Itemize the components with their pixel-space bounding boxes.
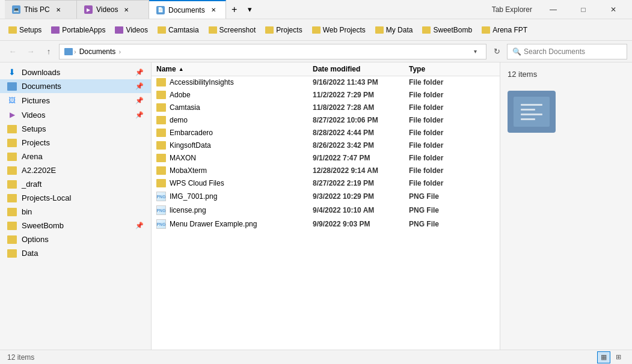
tab-overflow-button[interactable]: ▾	[243, 2, 257, 17]
table-row[interactable]: AccessibilityInsights 9/16/2022 11:43 PM…	[152, 76, 500, 89]
sidebar-item-setups[interactable]: Setups	[0, 122, 151, 136]
toolbar-item-videos[interactable]: Videos	[111, 25, 151, 35]
sidebar-item-projects[interactable]: Projects	[0, 136, 151, 150]
toolbar-item-webprojects[interactable]: Web Projects	[308, 25, 369, 35]
table-row[interactable]: Camtasia 11/8/2022 7:28 AM File folder	[152, 102, 500, 114]
sidebar-label-data: Data	[22, 249, 38, 258]
file-date: 12/28/2022 9:14 AM	[313, 166, 409, 175]
sidebar-item-a22202e[interactable]: A2.2202E	[0, 163, 151, 177]
folder-icon-webprojects	[312, 26, 321, 34]
toolbar-item-portableapps[interactable]: PortableApps	[48, 25, 109, 35]
table-row[interactable]: Adobe 11/2/2022 7:29 PM File folder	[152, 89, 500, 102]
forward-button[interactable]: →	[23, 44, 38, 59]
videos-icon: ▶	[7, 110, 17, 120]
toolbar-item-sweetbomb[interactable]: SweetBomb	[419, 25, 476, 35]
file-date: 9/16/2022 11:43 PM	[313, 78, 409, 86]
toolbar-label-sweetbomb: SweetBomb	[433, 26, 472, 34]
folder-icon-camtasia	[158, 26, 166, 34]
sidebar-item-documents[interactable]: Documents 📌	[0, 79, 151, 93]
folder-icon-arena-sidebar	[7, 153, 17, 161]
file-date: 8/26/2022 3:42 PM	[313, 141, 409, 150]
file-header: Name ▲ Date modified Type	[152, 62, 500, 76]
address-dropdown[interactable]: ▾	[469, 46, 481, 58]
table-row[interactable]: MobaXterm 12/28/2022 9:14 AM File folder	[152, 165, 500, 177]
file-area: Name ▲ Date modified Type AccessibilityI…	[152, 62, 500, 350]
folder-icon-setups-sidebar	[7, 125, 17, 133]
search-input[interactable]	[524, 47, 622, 56]
back-button[interactable]: ←	[5, 44, 20, 59]
sidebar-item-sweetbomb[interactable]: SweetBomb 📌	[0, 219, 151, 232]
folder-icon-bin-sidebar	[7, 208, 17, 216]
file-date: 9/9/2022 9:03 PM	[313, 220, 409, 228]
table-row[interactable]: WPS Cloud Files 8/27/2022 2:19 PM File f…	[152, 177, 500, 190]
tab-videos[interactable]: ▶ Videos ✕	[77, 0, 149, 19]
sidebar-item-data[interactable]: Data	[0, 246, 151, 260]
table-row[interactable]: Embarcadero 8/28/2022 4:44 PM File folde…	[152, 127, 500, 139]
sidebar-item-draft[interactable]: _draft	[0, 177, 151, 191]
view-large-button[interactable]: ⊞	[612, 351, 625, 363]
file-type: File folder	[409, 116, 469, 124]
file-date: 11/8/2022 7:28 AM	[313, 103, 409, 112]
address-input[interactable]: › Documents › ▾	[59, 44, 486, 59]
minimize-button[interactable]: —	[539, 0, 567, 19]
sidebar-pin-downloads: 📌	[135, 68, 144, 76]
toolbar-item-camtasia[interactable]: Camtasia	[154, 25, 203, 35]
path-documents[interactable]: Documents	[78, 46, 118, 57]
sidebar-label-bin: bin	[22, 207, 32, 216]
header-type[interactable]: Type	[409, 65, 469, 73]
table-row[interactable]: PNG IMG_7001.png 9/3/2022 10:29 PM PNG F…	[152, 190, 500, 204]
title-bar-right: Tab Explorer — □ ✕	[487, 0, 627, 19]
toolbar-item-mydata[interactable]: My Data	[372, 25, 417, 35]
address-folder-icon	[64, 48, 73, 55]
tab-label-videos: Videos	[96, 5, 118, 14]
file-name: MAXON	[156, 154, 313, 162]
tab-this-pc[interactable]: 💻 This PC ✕	[5, 0, 77, 19]
pictures-icon: 🖼	[7, 96, 17, 105]
tab-close-videos[interactable]: ✕	[121, 5, 131, 14]
tab-documents[interactable]: 📄 Documents ✕	[149, 0, 226, 19]
view-details-button[interactable]: ▦	[597, 351, 610, 363]
header-date[interactable]: Date modified	[313, 65, 409, 73]
address-path: › Documents ›	[64, 46, 467, 57]
close-button[interactable]: ✕	[600, 0, 627, 19]
toolbar-label-arenafpt: Arena FPT	[492, 26, 527, 34]
sidebar-item-projects-local[interactable]: Projects-Local	[0, 191, 151, 205]
status-count: 12 items	[7, 353, 34, 362]
toolbar-item-screenshot[interactable]: Screenshot	[205, 25, 260, 35]
refresh-button[interactable]: ↻	[489, 44, 505, 59]
file-type: File folder	[409, 91, 469, 99]
up-button[interactable]: ↑	[41, 44, 57, 59]
table-row[interactable]: PNG license.png 9/4/2022 10:10 AM PNG Fi…	[152, 204, 500, 217]
file-date: 8/28/2022 4:44 PM	[313, 129, 409, 137]
sidebar-pin-sweetbomb: 📌	[135, 222, 144, 229]
folder-icon	[156, 129, 166, 137]
maximize-button[interactable]: □	[569, 0, 597, 19]
tabs-area: 💻 This PC ✕ ▶ Videos ✕ 📄 Documents ✕ + ▾	[5, 0, 487, 19]
sidebar-label-setups: Setups	[22, 124, 46, 133]
header-name[interactable]: Name ▲	[156, 65, 313, 73]
sidebar-item-downloads[interactable]: ⬇ Downloads 📌	[0, 65, 151, 79]
file-type: PNG File	[409, 192, 469, 201]
table-row[interactable]: MAXON 9/1/2022 7:47 PM File folder	[152, 152, 500, 165]
sidebar-item-bin[interactable]: bin	[0, 205, 151, 219]
table-row[interactable]: PNG Menu Drawer Example.png 9/9/2022 9:0…	[152, 217, 500, 231]
folder-preview	[508, 91, 556, 133]
sidebar-label-projects: Projects	[22, 138, 50, 147]
folder-icon-mydata	[375, 26, 384, 34]
toolbar-item-projects[interactable]: Projects	[262, 25, 305, 35]
sidebar-item-pictures[interactable]: 🖼 Pictures 📌	[0, 93, 151, 108]
tab-close-this-pc[interactable]: ✕	[54, 5, 63, 14]
folder-icon-options-sidebar	[7, 235, 17, 244]
table-row[interactable]: demo 8/27/2022 10:06 PM File folder	[152, 114, 500, 127]
sidebar-item-videos[interactable]: ▶ Videos 📌	[0, 108, 151, 122]
search-box[interactable]: 🔍	[507, 44, 627, 59]
sidebar-item-arena[interactable]: Arena	[0, 150, 151, 163]
tab-close-documents[interactable]: ✕	[209, 5, 218, 15]
toolbar-item-arenafpt[interactable]: Arena FPT	[478, 25, 531, 35]
toolbar-item-setups[interactable]: Setups	[5, 25, 45, 35]
sidebar-item-options[interactable]: Options	[0, 232, 151, 246]
new-tab-button[interactable]: +	[226, 1, 243, 18]
items-count: 12 items	[508, 70, 537, 79]
main-layout: ⬇ Downloads 📌 Documents 📌 🖼 Pictures 📌 ▶…	[0, 62, 632, 350]
table-row[interactable]: KingsoftData 8/26/2022 3:42 PM File fold…	[152, 139, 500, 152]
